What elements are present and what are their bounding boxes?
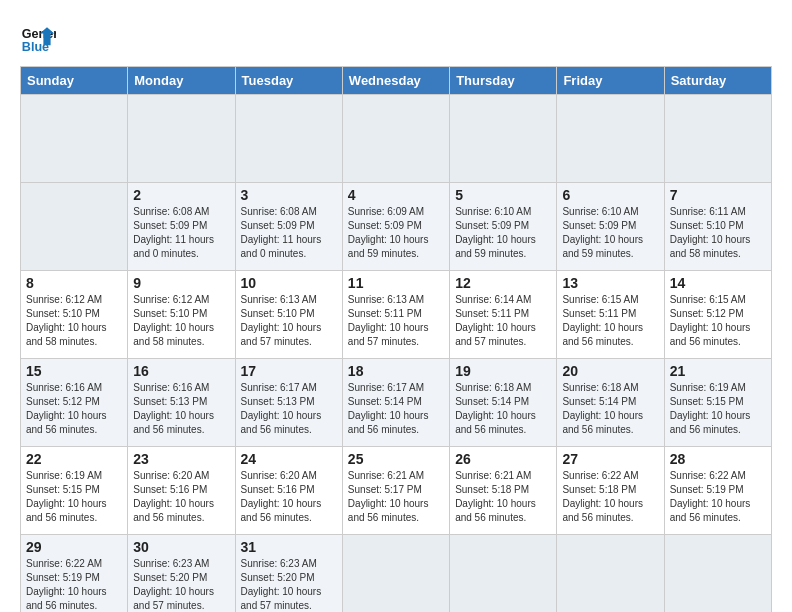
calendar-cell — [664, 95, 771, 183]
day-info: Sunrise: 6:23 AMSunset: 5:20 PMDaylight:… — [133, 557, 229, 612]
logo-icon: General Blue — [20, 20, 56, 56]
calendar-cell: 26Sunrise: 6:21 AMSunset: 5:18 PMDayligh… — [450, 447, 557, 535]
logo: General Blue — [20, 20, 60, 56]
day-info: Sunrise: 6:22 AMSunset: 5:18 PMDaylight:… — [562, 469, 658, 525]
day-number: 16 — [133, 363, 229, 379]
day-info: Sunrise: 6:10 AMSunset: 5:09 PMDaylight:… — [562, 205, 658, 261]
day-info: Sunrise: 6:17 AMSunset: 5:13 PMDaylight:… — [241, 381, 337, 437]
day-number: 13 — [562, 275, 658, 291]
day-number: 29 — [26, 539, 122, 555]
calendar-cell: 12Sunrise: 6:14 AMSunset: 5:11 PMDayligh… — [450, 271, 557, 359]
day-number: 20 — [562, 363, 658, 379]
calendar-cell — [21, 183, 128, 271]
calendar-cell — [557, 535, 664, 613]
day-number: 31 — [241, 539, 337, 555]
day-info: Sunrise: 6:19 AMSunset: 5:15 PMDaylight:… — [670, 381, 766, 437]
calendar-cell: 9Sunrise: 6:12 AMSunset: 5:10 PMDaylight… — [128, 271, 235, 359]
calendar-cell: 15Sunrise: 6:16 AMSunset: 5:12 PMDayligh… — [21, 359, 128, 447]
day-number: 11 — [348, 275, 444, 291]
calendar-cell: 10Sunrise: 6:13 AMSunset: 5:10 PMDayligh… — [235, 271, 342, 359]
day-number: 9 — [133, 275, 229, 291]
header-sunday: Sunday — [21, 67, 128, 95]
calendar-cell: 8Sunrise: 6:12 AMSunset: 5:10 PMDaylight… — [21, 271, 128, 359]
calendar-cell: 2Sunrise: 6:08 AMSunset: 5:09 PMDaylight… — [128, 183, 235, 271]
calendar-cell — [128, 95, 235, 183]
header-friday: Friday — [557, 67, 664, 95]
day-number: 26 — [455, 451, 551, 467]
day-info: Sunrise: 6:17 AMSunset: 5:14 PMDaylight:… — [348, 381, 444, 437]
week-row-5: 29Sunrise: 6:22 AMSunset: 5:19 PMDayligh… — [21, 535, 772, 613]
calendar-cell — [342, 95, 449, 183]
calendar-cell: 24Sunrise: 6:20 AMSunset: 5:16 PMDayligh… — [235, 447, 342, 535]
day-info: Sunrise: 6:08 AMSunset: 5:09 PMDaylight:… — [133, 205, 229, 261]
calendar-table: SundayMondayTuesdayWednesdayThursdayFrid… — [20, 66, 772, 612]
day-number: 10 — [241, 275, 337, 291]
day-number: 30 — [133, 539, 229, 555]
day-info: Sunrise: 6:15 AMSunset: 5:11 PMDaylight:… — [562, 293, 658, 349]
day-info: Sunrise: 6:16 AMSunset: 5:12 PMDaylight:… — [26, 381, 122, 437]
day-info: Sunrise: 6:11 AMSunset: 5:10 PMDaylight:… — [670, 205, 766, 261]
calendar-cell: 22Sunrise: 6:19 AMSunset: 5:15 PMDayligh… — [21, 447, 128, 535]
calendar-body: 2Sunrise: 6:08 AMSunset: 5:09 PMDaylight… — [21, 95, 772, 613]
day-info: Sunrise: 6:16 AMSunset: 5:13 PMDaylight:… — [133, 381, 229, 437]
day-info: Sunrise: 6:13 AMSunset: 5:11 PMDaylight:… — [348, 293, 444, 349]
day-number: 28 — [670, 451, 766, 467]
calendar-cell — [450, 535, 557, 613]
header-thursday: Thursday — [450, 67, 557, 95]
calendar-cell: 29Sunrise: 6:22 AMSunset: 5:19 PMDayligh… — [21, 535, 128, 613]
day-info: Sunrise: 6:18 AMSunset: 5:14 PMDaylight:… — [455, 381, 551, 437]
day-info: Sunrise: 6:21 AMSunset: 5:17 PMDaylight:… — [348, 469, 444, 525]
day-info: Sunrise: 6:12 AMSunset: 5:10 PMDaylight:… — [26, 293, 122, 349]
day-number: 22 — [26, 451, 122, 467]
calendar-cell: 19Sunrise: 6:18 AMSunset: 5:14 PMDayligh… — [450, 359, 557, 447]
page-header: General Blue — [20, 20, 772, 56]
day-info: Sunrise: 6:19 AMSunset: 5:15 PMDaylight:… — [26, 469, 122, 525]
day-info: Sunrise: 6:20 AMSunset: 5:16 PMDaylight:… — [133, 469, 229, 525]
calendar-cell — [21, 95, 128, 183]
calendar-cell — [557, 95, 664, 183]
header-wednesday: Wednesday — [342, 67, 449, 95]
calendar-cell: 11Sunrise: 6:13 AMSunset: 5:11 PMDayligh… — [342, 271, 449, 359]
day-info: Sunrise: 6:22 AMSunset: 5:19 PMDaylight:… — [670, 469, 766, 525]
calendar-cell: 13Sunrise: 6:15 AMSunset: 5:11 PMDayligh… — [557, 271, 664, 359]
day-number: 21 — [670, 363, 766, 379]
day-number: 15 — [26, 363, 122, 379]
day-info: Sunrise: 6:20 AMSunset: 5:16 PMDaylight:… — [241, 469, 337, 525]
day-info: Sunrise: 6:21 AMSunset: 5:18 PMDaylight:… — [455, 469, 551, 525]
calendar-cell: 25Sunrise: 6:21 AMSunset: 5:17 PMDayligh… — [342, 447, 449, 535]
calendar-cell: 30Sunrise: 6:23 AMSunset: 5:20 PMDayligh… — [128, 535, 235, 613]
header-monday: Monday — [128, 67, 235, 95]
calendar-cell: 7Sunrise: 6:11 AMSunset: 5:10 PMDaylight… — [664, 183, 771, 271]
calendar-cell — [342, 535, 449, 613]
calendar-cell: 28Sunrise: 6:22 AMSunset: 5:19 PMDayligh… — [664, 447, 771, 535]
day-info: Sunrise: 6:09 AMSunset: 5:09 PMDaylight:… — [348, 205, 444, 261]
day-number: 18 — [348, 363, 444, 379]
day-number: 5 — [455, 187, 551, 203]
day-info: Sunrise: 6:10 AMSunset: 5:09 PMDaylight:… — [455, 205, 551, 261]
calendar-cell: 21Sunrise: 6:19 AMSunset: 5:15 PMDayligh… — [664, 359, 771, 447]
calendar-cell — [450, 95, 557, 183]
day-info: Sunrise: 6:23 AMSunset: 5:20 PMDaylight:… — [241, 557, 337, 612]
day-number: 27 — [562, 451, 658, 467]
calendar-cell: 17Sunrise: 6:17 AMSunset: 5:13 PMDayligh… — [235, 359, 342, 447]
week-row-4: 22Sunrise: 6:19 AMSunset: 5:15 PMDayligh… — [21, 447, 772, 535]
day-number: 23 — [133, 451, 229, 467]
calendar-cell: 6Sunrise: 6:10 AMSunset: 5:09 PMDaylight… — [557, 183, 664, 271]
day-info: Sunrise: 6:12 AMSunset: 5:10 PMDaylight:… — [133, 293, 229, 349]
day-number: 6 — [562, 187, 658, 203]
week-row-0 — [21, 95, 772, 183]
day-number: 19 — [455, 363, 551, 379]
calendar-cell: 27Sunrise: 6:22 AMSunset: 5:18 PMDayligh… — [557, 447, 664, 535]
day-info: Sunrise: 6:08 AMSunset: 5:09 PMDaylight:… — [241, 205, 337, 261]
day-number: 24 — [241, 451, 337, 467]
calendar-cell: 5Sunrise: 6:10 AMSunset: 5:09 PMDaylight… — [450, 183, 557, 271]
calendar-cell — [664, 535, 771, 613]
week-row-1: 2Sunrise: 6:08 AMSunset: 5:09 PMDaylight… — [21, 183, 772, 271]
day-info: Sunrise: 6:22 AMSunset: 5:19 PMDaylight:… — [26, 557, 122, 612]
calendar-cell: 20Sunrise: 6:18 AMSunset: 5:14 PMDayligh… — [557, 359, 664, 447]
calendar-cell: 4Sunrise: 6:09 AMSunset: 5:09 PMDaylight… — [342, 183, 449, 271]
calendar-cell: 18Sunrise: 6:17 AMSunset: 5:14 PMDayligh… — [342, 359, 449, 447]
calendar-cell: 31Sunrise: 6:23 AMSunset: 5:20 PMDayligh… — [235, 535, 342, 613]
day-info: Sunrise: 6:14 AMSunset: 5:11 PMDaylight:… — [455, 293, 551, 349]
calendar-cell: 3Sunrise: 6:08 AMSunset: 5:09 PMDaylight… — [235, 183, 342, 271]
